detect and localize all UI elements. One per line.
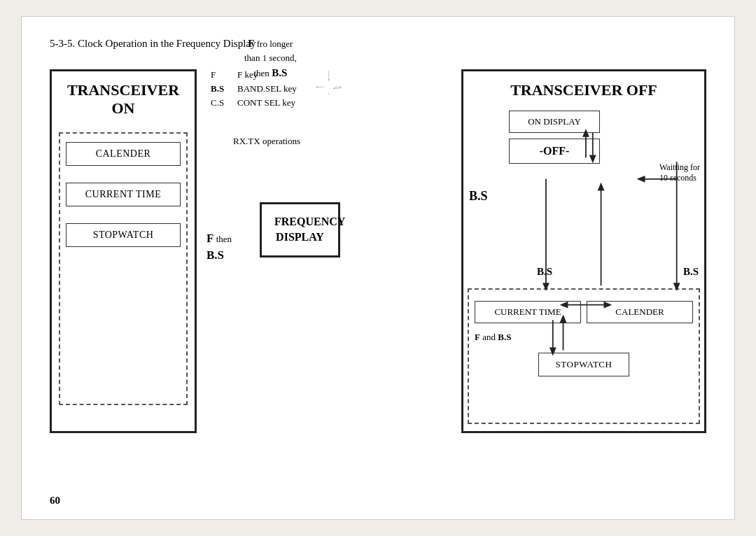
- page-title: 5-3-5. Clock Operation in the Frequency …: [50, 38, 706, 50]
- stopwatch-box-right: STOPWATCH: [538, 353, 629, 376]
- bs-strong: B.S: [498, 332, 511, 342]
- f-fro-label: F fro longer than 1 second, then B.S: [244, 36, 297, 81]
- right-dashed-box: CURRENT TIME CALENDER F and B.S STOPWATC…: [468, 288, 700, 424]
- current-time-box-right: CURRENT TIME: [475, 301, 581, 323]
- right-box-title: TRANSCEIVER OFF: [470, 81, 697, 99]
- bs-label: B.S: [206, 248, 224, 262]
- right-inner-row-top: CURRENT TIME CALENDER: [475, 301, 693, 323]
- svg-marker-7: [333, 88, 335, 89]
- current-time-box-left: CURRENT TIME: [66, 183, 181, 206]
- bs-left-label: B.S: [469, 189, 488, 204]
- svg-marker-5: [340, 87, 342, 87]
- legend-bs-key: B.S: [211, 83, 230, 94]
- middle-section: F F key B.S BAND.SEL key C.S CONT SEL ke…: [197, 62, 461, 115]
- svg-marker-3: [316, 87, 318, 87]
- left-transceiver-box: TRANSCEIVERON CALENDER CURRENT TIME STOP…: [50, 69, 197, 433]
- svg-marker-18: [637, 176, 645, 183]
- on-display-box: ON DISPLAY: [509, 111, 600, 133]
- legend-f-key: F: [211, 69, 230, 80]
- page-number: 60: [50, 495, 60, 507]
- f-strong: F: [475, 332, 480, 342]
- rx-tx-label: RX.TX operations: [233, 136, 300, 147]
- legend-bs-desc: BAND.SEL key: [237, 83, 297, 94]
- calender-box-left: CALENDER: [66, 142, 181, 166]
- off-box: -OFF-: [509, 139, 600, 164]
- legend-cs-desc: CONT SEL key: [237, 97, 295, 108]
- stopwatch-box-left: STOPWATCH: [66, 223, 181, 247]
- svg-marker-1: [328, 80, 329, 81]
- f-fro-f: F: [248, 38, 254, 49]
- f-then-bs-label: F then B.S: [206, 230, 232, 264]
- frequency-display-box: FREQUENCYDISPLAY: [260, 202, 340, 258]
- bs-inner-left: B.S: [537, 266, 552, 278]
- f-label: F: [206, 232, 214, 245]
- legend-row-bs: B.S BAND.SEL key: [211, 83, 297, 94]
- left-dashed-box: CALENDER CURRENT TIME STOPWATCH: [59, 132, 188, 405]
- f-and-bs-label: F and B.S: [475, 332, 511, 342]
- waiting-label: Waitting for10 seconds: [659, 162, 700, 183]
- left-box-title: TRANSCEIVERON: [59, 81, 188, 118]
- bs-inner-right: B.S: [683, 266, 699, 278]
- svg-marker-16: [598, 183, 605, 191]
- legend-cs-key: C.S: [211, 97, 230, 108]
- f-fro-bs: B.S: [272, 67, 287, 78]
- right-transceiver-box: TRANSCEIVER OFF ON DISPLAY B.S -OFF- Wai…: [461, 69, 706, 433]
- page: 5-3-5. Clock Operation in the Frequency …: [21, 16, 735, 520]
- legend-row-cs: C.S CONT SEL key: [211, 97, 297, 108]
- calender-box-right: CALENDER: [587, 301, 693, 323]
- diagram: TRANSCEIVERON CALENDER CURRENT TIME STOP…: [50, 62, 706, 468]
